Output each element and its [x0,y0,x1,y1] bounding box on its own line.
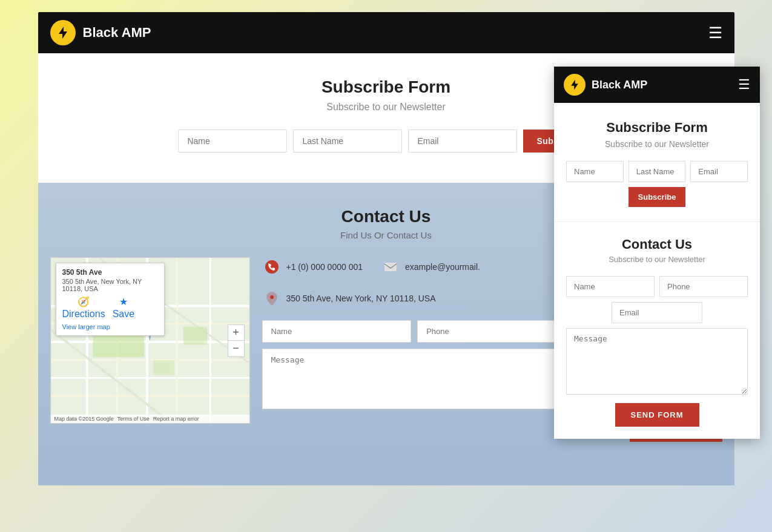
subscribe-email-input[interactable] [408,130,517,153]
svg-point-18 [265,260,279,274]
mobile-contact-message-input[interactable] [566,328,748,395]
mobile-form-row-1 [566,276,748,297]
map-terms-text[interactable]: Terms of Use [117,416,150,422]
map-footer: Map data ©2015 Google Terms of Use Repor… [51,415,249,423]
mobile-subscribe-section: Subscribe Form Subscribe to our Newslett… [554,103,760,222]
mobile-brand-icon [564,74,586,96]
save-icon: ★ [119,296,128,307]
mobile-subscribe-title: Subscribe Form [566,120,748,136]
mobile-subscribe-button[interactable]: Subscribe [628,187,686,207]
mobile-send-form-button[interactable]: SEND FORM [615,403,699,427]
email-text: example@yourmail. [405,262,480,272]
zoom-in-button[interactable]: + [228,325,244,341]
map-controls: + − [228,324,245,357]
mobile-contact-title: Contact Us [566,237,748,252]
subscribe-lastname-input[interactable] [293,130,402,153]
mobile-navbar: Black AMP ☰ [554,67,760,103]
mobile-brand-name: Black AMP [592,79,647,91]
map-popup-address: 350 5th Ave, New York, NY 10118, USA [62,278,158,292]
navbar: Black AMP ☰ [38,12,734,53]
save-label: Save [113,309,134,320]
save-button[interactable]: ★ Save [113,296,134,320]
mobile-hamburger-button[interactable]: ☰ [738,77,750,93]
brand-name: Black AMP [83,25,151,41]
map-popup-actions: 🧭 Directions ★ Save [62,296,158,320]
mobile-subscribe-form: Subscribe [566,161,748,207]
map-container: 📍 350 5th Ave 350 5th Ave, New York, NY … [50,257,250,424]
mobile-contact-name-input[interactable] [566,276,655,297]
address-text: 350 5th Ave, New York, NY 10118, USA [286,294,436,303]
directions-button[interactable]: 🧭 Directions [62,296,105,320]
svg-rect-19 [384,263,397,271]
mobile-email-input[interactable] [690,161,748,182]
phone-icon [262,257,282,277]
mobile-contact-phone-input[interactable] [659,276,748,297]
map-placeholder: 📍 350 5th Ave 350 5th Ave, New York, NY … [51,258,249,423]
contact-name-input[interactable] [262,320,412,343]
mobile-contact-subtitle: Subscribe to our Newsletter [566,255,748,264]
view-larger-link[interactable]: View larger map [62,323,158,330]
mobile-contact-form: SEND FORM [566,276,748,427]
mobile-brand: Black AMP [564,74,647,96]
contact-email: example@yourmail. [381,257,480,277]
mobile-lightning-icon [569,79,581,91]
directions-label: Directions [62,309,105,320]
svg-rect-17 [153,360,174,375]
map-data-text: Map data ©2015 Google [54,416,114,422]
lightning-icon [56,25,70,40]
svg-marker-21 [571,80,578,90]
address-icon [262,289,282,308]
directions-icon: 🧭 [78,296,90,307]
subscribe-name-input[interactable] [178,130,287,153]
mobile-name-input[interactable] [566,161,624,182]
mobile-view: Black AMP ☰ Subscribe Form Subscribe to … [554,67,760,439]
mobile-lastname-input[interactable] [628,161,686,182]
svg-marker-0 [59,27,67,39]
hamburger-button[interactable]: ☰ [708,24,722,42]
map-popup-title: 350 5th Ave [62,268,158,277]
mobile-subscribe-subtitle: Subscribe to our Newsletter [566,139,748,149]
phone-text: +1 (0) 000 0000 001 [286,262,363,272]
map-report-text[interactable]: Report a map error [153,416,199,422]
contact-address: 350 5th Ave, New York, NY 10118, USA [262,289,436,308]
contact-phone: +1 (0) 000 0000 001 [262,257,363,277]
map-popup: 350 5th Ave 350 5th Ave, New York, NY 10… [56,263,165,336]
navbar-brand: Black AMP [50,20,151,45]
zoom-out-button[interactable]: − [228,341,244,356]
svg-rect-16 [183,327,207,345]
brand-icon [50,20,76,45]
email-icon [381,257,400,277]
contact-phone-input[interactable] [417,320,567,343]
mobile-contact-section: Contact Us Subscribe to our Newsletter S… [554,222,760,439]
mobile-contact-email-input[interactable] [612,302,702,323]
